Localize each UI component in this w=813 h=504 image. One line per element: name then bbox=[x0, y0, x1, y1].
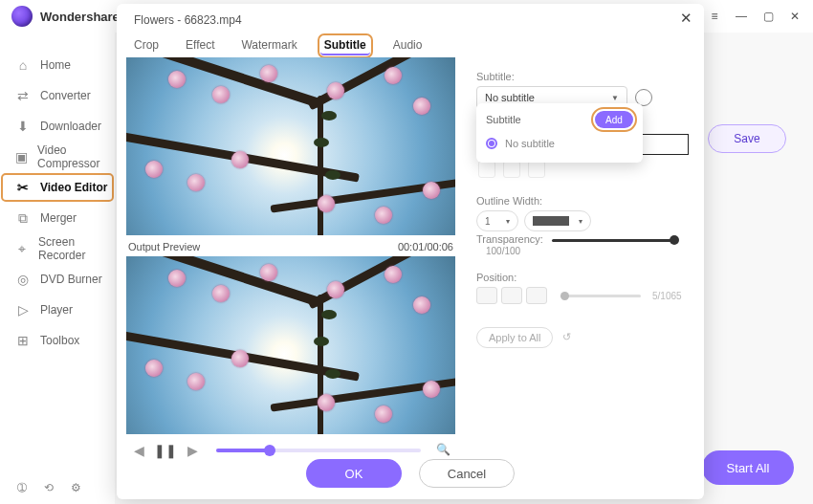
toolbox-icon: ⊞ bbox=[15, 333, 31, 348]
prev-frame-icon[interactable]: ◀ bbox=[130, 442, 147, 459]
tab-subtitle[interactable]: Subtitle bbox=[320, 36, 370, 55]
position-top-icon[interactable] bbox=[526, 287, 547, 304]
next-frame-icon[interactable]: ▶ bbox=[184, 442, 201, 459]
modal-footer: OK Cancel bbox=[117, 459, 704, 488]
position-value: 5/1065 bbox=[652, 291, 682, 301]
app-logo-icon bbox=[11, 6, 33, 27]
cancel-button[interactable]: Cancel bbox=[419, 459, 515, 488]
editor-modal: Flowers - 66823.mp4 ✕ Crop Effect Waterm… bbox=[117, 4, 704, 499]
seek-slider[interactable] bbox=[216, 449, 421, 452]
preview-timecode: 00:01/00:06 bbox=[398, 241, 453, 252]
chevron-down-icon: ▾ bbox=[579, 217, 582, 226]
sidebar-item-label: Home bbox=[40, 58, 71, 72]
sidebar-item-label: Merger bbox=[40, 211, 77, 225]
preview-column: Output Preview 00:01/00:06 ◀ ❚❚ ▶ 🔍 bbox=[126, 57, 455, 461]
radio-icon bbox=[486, 138, 497, 149]
dropdown-option-nosubtitle[interactable]: No subtitle bbox=[486, 134, 633, 153]
outline-color-select[interactable]: ▾ bbox=[524, 210, 591, 231]
position-bottom-icon[interactable] bbox=[476, 287, 497, 304]
maximize-icon[interactable]: ▢ bbox=[761, 10, 775, 23]
subtitle-dropdown: Subtitle Add No subtitle bbox=[476, 103, 643, 163]
pause-icon[interactable]: ❚❚ bbox=[157, 442, 174, 459]
dropdown-title: Subtitle bbox=[486, 114, 521, 125]
disc-icon: ◎ bbox=[15, 272, 31, 287]
subtitle-label: Subtitle: bbox=[476, 71, 691, 82]
scissors-icon: ✂ bbox=[15, 180, 31, 195]
minimize-icon[interactable]: — bbox=[735, 10, 748, 23]
sidebar-item-label: Downloader bbox=[40, 120, 101, 133]
output-preview bbox=[126, 256, 455, 434]
sidebar-item-home[interactable]: ⌂Home bbox=[0, 50, 115, 80]
home-icon: ⌂ bbox=[15, 57, 31, 73]
record-icon: ⌖ bbox=[15, 241, 29, 257]
italic-icon[interactable] bbox=[503, 161, 520, 178]
sidebar-item-label: Toolbox bbox=[40, 334, 79, 347]
close-modal-icon[interactable]: ✕ bbox=[677, 10, 694, 27]
bold-icon[interactable] bbox=[478, 161, 495, 178]
chevron-down-icon: ▼ bbox=[611, 94, 619, 102]
sidebar-item-merger[interactable]: ⧉Merger bbox=[0, 203, 115, 233]
reset-icon[interactable]: ↺ bbox=[562, 331, 576, 344]
refresh-icon[interactable]: ⟲ bbox=[44, 481, 54, 494]
transparency-label: Transparency: bbox=[476, 233, 543, 245]
editor-tabs: Crop Effect Watermark Subtitle Audio bbox=[130, 36, 426, 55]
sidebar: ⌂Home ⇄Converter ⬇Downloader ▣Video Comp… bbox=[0, 33, 115, 504]
sidebar-item-label: Video Editor bbox=[40, 181, 107, 194]
source-preview bbox=[126, 57, 455, 235]
underline-icon[interactable] bbox=[528, 161, 545, 178]
transparency-slider[interactable] bbox=[552, 239, 676, 242]
output-preview-label: Output Preview bbox=[128, 241, 200, 252]
position-middle-icon[interactable] bbox=[501, 287, 522, 304]
sidebar-item-player[interactable]: ▷Player bbox=[0, 295, 115, 325]
download-icon: ⬇ bbox=[15, 119, 31, 134]
sidebar-item-label: DVD Burner bbox=[40, 273, 102, 286]
add-subtitle-button[interactable]: Add bbox=[595, 111, 633, 128]
app-title: Wondershare bbox=[40, 10, 120, 24]
sidebar-item-label: Player bbox=[40, 303, 73, 317]
color-swatch-icon bbox=[533, 216, 569, 226]
tab-effect[interactable]: Effect bbox=[182, 36, 218, 55]
converter-icon: ⇄ bbox=[15, 88, 31, 103]
start-all-button[interactable]: Start All bbox=[702, 450, 794, 485]
sidebar-item-video-compressor[interactable]: ▣Video Compressor bbox=[0, 142, 115, 172]
sidebar-item-dvd-burner[interactable]: ◎DVD Burner bbox=[0, 264, 115, 295]
sidebar-item-toolbox[interactable]: ⊞Toolbox bbox=[0, 325, 115, 356]
tab-watermark[interactable]: Watermark bbox=[237, 36, 300, 55]
sidebar-item-label: Screen Recorder bbox=[38, 235, 115, 262]
ok-button[interactable]: OK bbox=[306, 459, 402, 488]
chevron-down-icon: ▾ bbox=[506, 217, 510, 226]
account-icon[interactable]: ➀ bbox=[17, 481, 27, 494]
tab-audio[interactable]: Audio bbox=[389, 36, 427, 55]
outline-width-label: Outline Width: bbox=[476, 195, 591, 207]
save-button[interactable]: Save bbox=[708, 124, 786, 153]
sidebar-item-label: Converter bbox=[40, 89, 91, 102]
dropdown-option-label: No subtitle bbox=[505, 138, 555, 149]
sidebar-item-label: Video Compressor bbox=[37, 143, 115, 170]
transport-controls: ◀ ❚❚ ▶ 🔍 bbox=[126, 440, 455, 461]
zoom-icon[interactable]: 🔍 bbox=[436, 443, 451, 458]
subtitle-select-value: No subtitle bbox=[485, 92, 535, 103]
play-icon: ▷ bbox=[15, 302, 31, 318]
sidebar-item-video-editor[interactable]: ✂Video Editor bbox=[0, 172, 115, 203]
merge-icon: ⧉ bbox=[15, 210, 31, 227]
transparency-value: 100/100 bbox=[486, 246, 520, 256]
sidebar-item-downloader[interactable]: ⬇Downloader bbox=[0, 111, 115, 142]
sidebar-item-screen-recorder[interactable]: ⌖Screen Recorder bbox=[0, 233, 115, 264]
outline-width-select[interactable]: 1▾ bbox=[476, 210, 518, 231]
compress-icon: ▣ bbox=[15, 149, 28, 164]
settings-icon[interactable]: ⚙ bbox=[71, 481, 81, 494]
apply-to-all-button[interactable]: Apply to All bbox=[476, 327, 553, 348]
menu-icon[interactable]: ≡ bbox=[708, 10, 721, 23]
window-controls: ≡ — ▢ ✕ bbox=[708, 0, 813, 33]
sidebar-item-converter[interactable]: ⇄Converter bbox=[0, 80, 115, 111]
close-window-icon[interactable]: ✕ bbox=[788, 10, 802, 23]
position-slider[interactable] bbox=[560, 295, 641, 297]
sidebar-bottom-icons: ➀ ⟲ ⚙ bbox=[0, 481, 115, 494]
subtitle-panel: Subtitle: No subtitle ▼ Subtitle Add No … bbox=[469, 63, 691, 451]
tab-crop[interactable]: Crop bbox=[130, 36, 163, 55]
position-label: Position: bbox=[476, 272, 691, 283]
modal-title: Flowers - 66823.mp4 bbox=[134, 13, 242, 27]
font-style-buttons bbox=[478, 161, 545, 178]
